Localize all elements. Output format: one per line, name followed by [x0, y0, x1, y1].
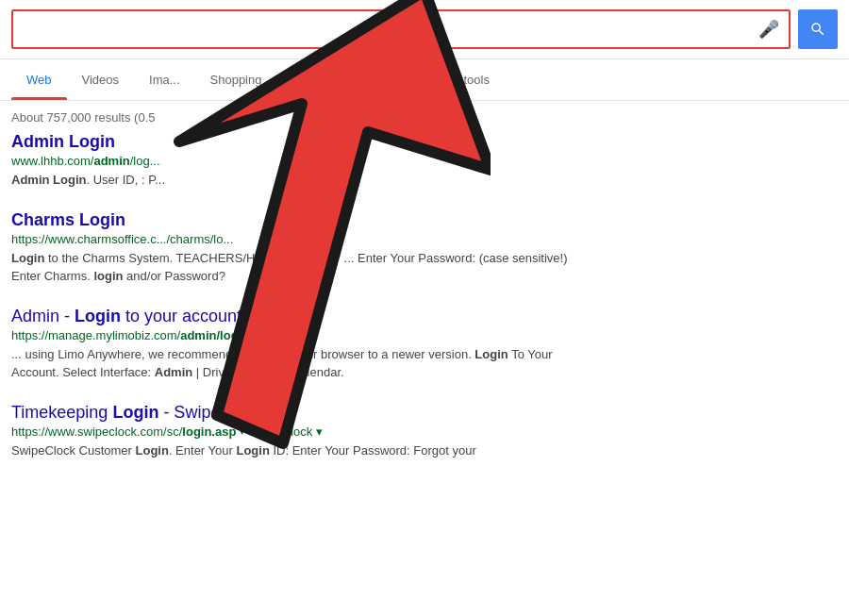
- tabs-container: Web Videos Ima... Shopping News More ▾ S…: [0, 59, 849, 101]
- result-url: https://manage.mylimobiz.com/admin/login…: [11, 328, 577, 342]
- url-dropdown-arrow[interactable]: ▾: [240, 426, 244, 437]
- tab-web[interactable]: Web: [11, 59, 67, 100]
- results-container: Admin Login www.lhhb.com/admin/log... Ad…: [0, 132, 849, 459]
- more-chevron-icon: ▾: [385, 73, 391, 87]
- result-url: https://www.charmsoffice.c.../charms/lo.…: [11, 232, 577, 246]
- results-info: About 757,000 results (0.5: [0, 101, 849, 132]
- result-item: Admin - Login to your account https://ma…: [11, 307, 577, 382]
- result-item: Timekeeping Login - SwipeClock https://w…: [11, 403, 577, 460]
- result-item: Admin Login www.lhhb.com/admin/log... Ad…: [11, 132, 577, 190]
- search-button[interactable]: [798, 9, 838, 49]
- result-title[interactable]: Timekeeping Login - SwipeClock: [11, 403, 262, 423]
- result-title[interactable]: Charms Login: [11, 210, 125, 230]
- tab-images[interactable]: Ima...: [134, 59, 195, 100]
- result-snippet: ... using Limo Anywhere, we recommend up…: [11, 345, 577, 382]
- result-url: www.lhhb.com/admin/log...: [11, 154, 577, 168]
- result-url: https://www.swipeclock.com/sc/login.asp …: [11, 425, 577, 439]
- mic-icon[interactable]: 🎤: [758, 19, 779, 40]
- search-input-wrapper: admin login.asp 🎤: [11, 9, 791, 49]
- search-input[interactable]: admin login.asp: [23, 21, 751, 38]
- result-title[interactable]: Admin - Login to your account: [11, 307, 241, 326]
- search-bar-container: admin login.asp 🎤: [0, 0, 849, 59]
- tab-shopping[interactable]: Shopping: [195, 59, 277, 100]
- tab-news[interactable]: News: [276, 59, 338, 100]
- result-title[interactable]: Admin Login: [11, 132, 115, 152]
- result-item: Charms Login https://www.charmsoffice.c.…: [11, 210, 577, 286]
- url-dropdown-arrow[interactable]: ▾: [277, 330, 282, 341]
- tab-more[interactable]: More ▾: [338, 59, 407, 100]
- results-count: About 757,000 results (0.5: [11, 110, 156, 125]
- tab-videos[interactable]: Videos: [67, 59, 135, 100]
- tab-search-tools[interactable]: Search tools: [407, 59, 505, 100]
- result-snippet: Login to the Charms System. TEACHERS/HEL…: [11, 249, 577, 286]
- result-snippet: SwipeClock Customer Login. Enter Your Lo…: [11, 441, 577, 460]
- result-snippet: Admin Login. User ID, : P...: [11, 171, 577, 190]
